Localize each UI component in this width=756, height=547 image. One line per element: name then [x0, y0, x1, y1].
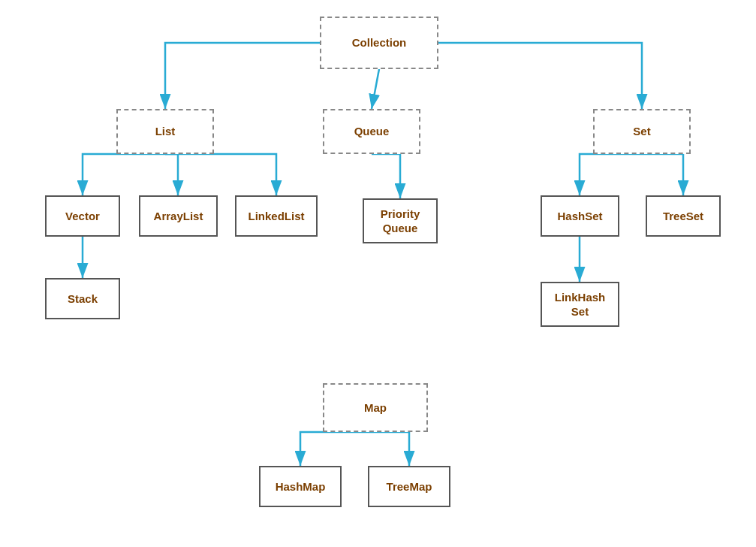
node-hashset: HashSet — [541, 195, 619, 237]
node-treeset: TreeSet — [646, 195, 721, 237]
diagram: Collection List Queue Set Vector ArrayLi… — [0, 0, 756, 547]
node-linkedlist: LinkedList — [235, 195, 318, 237]
node-vector: Vector — [45, 195, 120, 237]
node-list: List — [116, 109, 214, 154]
arrows-svg — [0, 0, 756, 547]
node-collection: Collection — [320, 17, 438, 69]
node-map: Map — [323, 383, 428, 432]
node-arraylist: ArrayList — [139, 195, 218, 237]
node-linkhashset: LinkHash Set — [541, 282, 619, 327]
node-treemap: TreeMap — [368, 466, 450, 507]
svg-line-1 — [372, 69, 379, 109]
node-priorityqueue: Priority Queue — [363, 198, 438, 243]
node-stack: Stack — [45, 278, 120, 319]
node-set: Set — [593, 109, 691, 154]
node-hashmap: HashMap — [259, 466, 342, 507]
node-queue: Queue — [323, 109, 420, 154]
